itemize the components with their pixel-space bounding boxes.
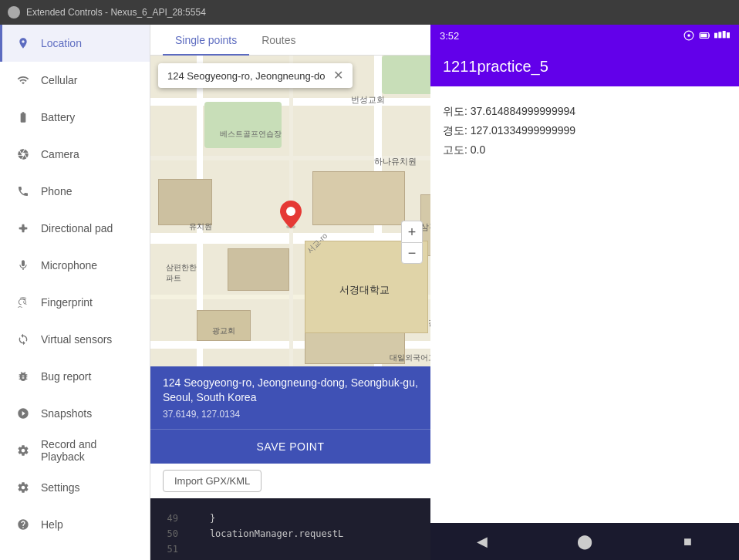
sidebar-item-fingerprint[interactable]: Fingerprint [0,284,150,321]
info-card-coords: 37.6149, 127.0134 [163,409,418,420]
import-gpx-kml-button[interactable]: Import GPX/KML [163,470,262,492]
fingerprint-icon [15,294,32,311]
phone-appbar: 1211practice_5 [430,46,739,86]
sidebar-item-label-camera: Camera [41,148,79,160]
sidebar-item-battery[interactable]: Battery [0,99,150,136]
code-line: 49 } [157,511,424,526]
settings-icon [15,479,32,496]
tab-routes[interactable]: Routes [249,25,308,56]
snapshots-icon [15,405,32,422]
phone-time: 3:52 [440,30,459,42]
sidebar-item-label-record: Record and Playback [41,438,137,463]
phone-recents-button[interactable]: ■ [673,528,701,555]
sidebar-item-label-virtual-sensors: Virtual sensors [41,333,112,346]
svg-rect-7 [718,32,721,38]
sidebar-item-phone[interactable]: Phone [0,173,150,210]
phone-home-button[interactable]: ⬤ [571,528,599,555]
close-icon[interactable]: ✕ [333,69,343,82]
info-card: 124 Seogyeong-ro, Jeongneung-dong, Seong… [150,366,430,429]
sidebar-item-label-bug-report: Bug report [41,370,91,383]
svg-point-1 [286,207,295,216]
sidebar-item-record[interactable]: Record and Playback [0,432,150,469]
main-content: LocationCellularBatteryCameraPhoneDirect… [0,25,739,560]
zoom-out-button[interactable]: − [401,242,423,264]
microphone-icon [15,257,32,274]
sidebar-item-bug-report[interactable]: Bug report [0,358,150,395]
sidebar-item-settings[interactable]: Settings [0,469,150,506]
sidebar-item-location[interactable]: Location [0,25,150,62]
svg-rect-9 [727,32,730,38]
search-bubble-text: 124 Seogyeong-ro, Jeongneung-do [167,70,326,82]
save-point-button[interactable]: SAVE POINT [150,429,430,464]
virtual-sensors-icon [15,331,32,348]
svg-rect-4 [700,34,707,38]
code-line: 51 [157,541,424,557]
sidebar-item-label-help: Help [41,518,63,531]
center-panel: Single pointsRoutes [150,25,430,560]
sidebar-item-help[interactable]: Help [0,506,150,543]
svg-rect-5 [709,34,710,37]
phone-statusbar: 3:52 [430,25,739,46]
tab-single[interactable]: Single points [163,25,249,56]
code-line: 50 locationManager.requestL [157,526,424,541]
right-panel: 3:52 1211practice_5 위도: 37.6148849999999… [430,25,739,560]
phone-icon [15,183,32,200]
cellular-icon [15,72,32,89]
sidebar-item-dpad[interactable]: Directional pad [0,210,150,247]
bottom-actions: Import GPX/KML [150,464,430,498]
sidebar-item-microphone[interactable]: Microphone [0,247,150,284]
sidebar-item-virtual-sensors[interactable]: Virtual sensors [0,321,150,358]
sidebar-item-label-microphone: Microphone [41,259,97,272]
sidebar-item-label-fingerprint: Fingerprint [41,296,93,309]
phone-info-line: 경도: 127.01334999999999 [443,121,727,140]
code-editor: 49 }50 locationManager.requestL51 [150,498,430,560]
phone-appbar-title: 1211practice_5 [443,58,548,76]
svg-point-2 [687,34,690,37]
phone-status-icons [683,30,730,41]
sidebar-item-camera[interactable]: Camera [0,136,150,173]
sidebar-item-label-dpad: Directional pad [41,222,113,234]
phone-navbar: ◀ ⬤ ■ [430,523,739,560]
location-icon [15,35,32,52]
bug-report-icon [15,368,32,385]
phone-content: 위도: 37.614884999999994경도: 127.0133499999… [430,86,739,523]
svg-rect-6 [714,33,717,39]
phone-info-line: 위도: 37.614884999999994 [443,102,727,121]
phone-info-line: 고도: 0.0 [443,140,727,160]
sidebar-item-label-settings: Settings [41,481,80,494]
camera-icon [15,146,32,163]
battery-icon [15,109,32,126]
info-card-address: 124 Seogyeong-ro, Jeongneung-dong, Seong… [163,376,418,406]
sidebar-item-label-battery: Battery [41,111,75,123]
tabs-bar: Single pointsRoutes [150,25,430,56]
map-pin [280,201,302,234]
phone-back-button[interactable]: ◀ [468,528,496,555]
record-icon [15,442,32,459]
search-bubble: 124 Seogyeong-ro, Jeongneung-do ✕ [158,63,353,88]
dpad-icon [15,220,32,237]
left-panel: LocationCellularBatteryCameraPhoneDirect… [0,25,150,560]
sidebar-item-cellular[interactable]: Cellular [0,62,150,99]
map-container[interactable]: 번성교회 베스트골프연습장 하나유치원 강북정신보건센터 유치원 삼각산중학교 … [150,56,430,429]
zoom-in-button[interactable]: + [401,221,423,242]
title-bar: Extended Controls - Nexus_6_API_28:5554 [0,0,739,25]
svg-rect-8 [723,31,726,38]
help-icon [15,516,32,533]
app-icon [8,6,20,19]
sidebar-item-label-phone: Phone [41,185,72,197]
sidebar-item-label-location: Location [41,37,82,49]
sidebar-item-label-cellular: Cellular [41,74,77,86]
title-bar-label: Extended Controls - Nexus_6_API_28:5554 [26,7,206,18]
map-controls: + − [401,221,423,264]
sidebar-item-snapshots[interactable]: Snapshots [0,395,150,432]
sidebar-item-label-snapshots: Snapshots [41,407,92,420]
